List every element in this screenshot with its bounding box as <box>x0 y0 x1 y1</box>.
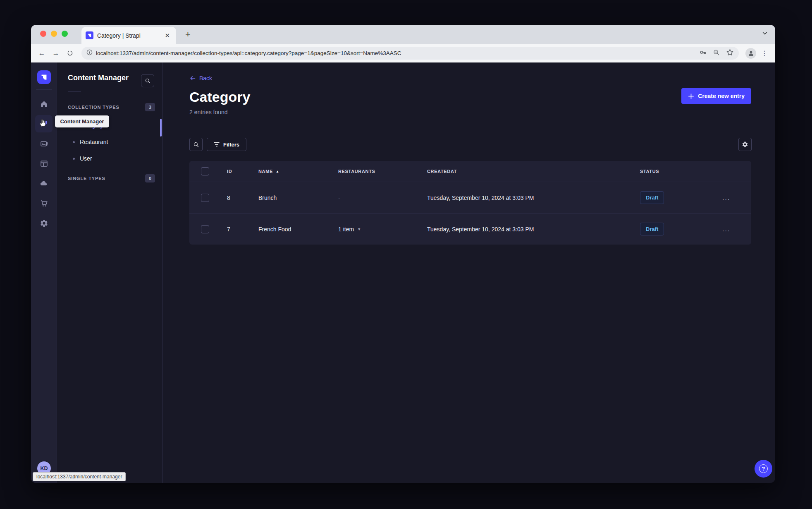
browser-window: Category | Strapi ✕ + ← → localhost:1337… <box>31 25 775 483</box>
row-actions-menu-icon[interactable]: ... <box>722 194 730 202</box>
cell-id: 8 <box>227 194 258 201</box>
create-new-entry-label: Create new entry <box>698 93 745 99</box>
content-manager-tooltip: Content Manager <box>55 115 109 127</box>
filters-button[interactable]: Filters <box>207 138 246 151</box>
strapi-app: KD Content Manager Collection Types 3 Ca… <box>31 62 775 483</box>
bullet-icon <box>73 141 75 143</box>
rail-divider <box>36 89 52 90</box>
create-new-entry-button[interactable]: Create new entry <box>681 88 751 104</box>
collection-types-label: Collection Types <box>68 105 119 110</box>
column-header-restaurants[interactable]: Restaurants <box>338 169 427 174</box>
browser-profile-icon[interactable] <box>745 48 756 59</box>
sidebar-item-settings[interactable] <box>35 214 53 232</box>
tab-strip: Category | Strapi ✕ + <box>31 25 775 44</box>
tab-title: Category | Strapi <box>97 32 159 39</box>
maximize-window-button[interactable] <box>62 31 68 37</box>
filter-icon <box>214 142 220 147</box>
gear-icon <box>742 141 748 148</box>
column-header-status[interactable]: Status <box>640 169 722 174</box>
cell-restaurants: - <box>338 194 427 201</box>
single-types-count-badge: 0 <box>145 174 155 182</box>
column-header-id[interactable]: ID <box>227 169 258 174</box>
filters-label: Filters <box>223 142 239 148</box>
bookmark-star-icon[interactable] <box>726 48 734 58</box>
strapi-logo[interactable] <box>37 70 51 84</box>
sort-ascending-icon: ▲ <box>276 170 279 173</box>
reload-icon[interactable] <box>64 48 76 59</box>
column-header-createdat[interactable]: CreatedAt <box>427 169 640 174</box>
url-text[interactable]: localhost:1337/admin/content-manager/col… <box>96 50 696 56</box>
row-checkbox[interactable] <box>201 194 209 202</box>
new-tab-button[interactable]: + <box>182 29 194 40</box>
subnav-scrollbar-thumb[interactable] <box>160 119 162 137</box>
hand-cursor-icon <box>38 118 47 130</box>
back-link[interactable]: Back <box>189 75 212 82</box>
subnav-item-label: Restaurant <box>80 139 108 145</box>
help-button[interactable]: ? <box>755 460 772 478</box>
table-header-row: ID Name▲ Restaurants CreatedAt Status <box>189 161 751 182</box>
sidebar-item-home[interactable] <box>35 95 53 113</box>
sidebar-item-media-library[interactable] <box>35 135 53 152</box>
password-key-icon[interactable] <box>699 48 707 58</box>
single-types-label: Single Types <box>68 176 105 181</box>
browser-toolbar: ← → localhost:1337/admin/content-manager… <box>31 44 775 62</box>
tab-search-chevron-icon[interactable] <box>762 30 768 38</box>
plus-icon <box>688 93 694 99</box>
page-title: Category <box>189 89 752 105</box>
strapi-favicon-icon <box>86 31 93 39</box>
chevron-down-icon: ▼ <box>357 227 361 231</box>
close-window-button[interactable] <box>40 31 46 37</box>
sidebar-item-content-type-builder[interactable] <box>35 155 53 172</box>
minimize-window-button[interactable] <box>51 31 57 37</box>
entries-table: ID Name▲ Restaurants CreatedAt Status 8 … <box>189 161 751 245</box>
sidebar-item-cloud[interactable] <box>35 175 53 192</box>
subnav-item-label: User <box>80 155 92 162</box>
collection-types-section: Collection Types 3 <box>68 103 162 111</box>
entries-count: 2 entries found <box>189 109 752 115</box>
browser-menu-icon[interactable]: ⋮ <box>759 49 770 57</box>
back-label: Back <box>199 75 212 82</box>
back-nav-icon[interactable]: ← <box>36 48 48 59</box>
column-header-name[interactable]: Name▲ <box>258 169 338 174</box>
cell-name: Brunch <box>258 194 338 201</box>
subnav-divider <box>68 91 81 92</box>
collection-types-count-badge: 3 <box>145 103 155 111</box>
sidebar-item-marketplace[interactable] <box>35 194 53 212</box>
table-search-button[interactable] <box>189 138 203 151</box>
cell-id: 7 <box>227 226 258 233</box>
subnav-search-button[interactable] <box>141 74 154 87</box>
browser-status-bar: localhost:1337/admin/content-manager <box>33 472 126 481</box>
cell-restaurants[interactable]: 1 item ▼ <box>338 226 427 233</box>
search-icon <box>193 142 199 148</box>
arrow-left-icon <box>189 75 196 82</box>
table-controls: Filters <box>189 138 752 151</box>
forward-nav-icon[interactable]: → <box>50 48 62 59</box>
table-settings-button[interactable] <box>738 138 752 151</box>
cell-createdat: Tuesday, September 10, 2024 at 3:03 PM <box>427 194 640 201</box>
single-types-section: Single Types 0 <box>68 174 162 182</box>
cell-createdat: Tuesday, September 10, 2024 at 3:03 PM <box>427 226 640 233</box>
table-row[interactable]: 7 French Food 1 item ▼ Tuesday, Septembe… <box>189 213 751 245</box>
browser-tab[interactable]: Category | Strapi ✕ <box>81 27 176 44</box>
subnav-item-restaurant[interactable]: Restaurant <box>68 134 162 150</box>
subnav-item-user[interactable]: User <box>68 150 162 167</box>
cell-name: French Food <box>258 226 338 233</box>
table-row[interactable]: 8 Brunch - Tuesday, September 10, 2024 a… <box>189 182 751 213</box>
status-badge: Draft <box>640 223 664 235</box>
zoom-page-icon[interactable] <box>713 49 720 58</box>
site-info-icon[interactable] <box>86 49 93 57</box>
status-badge: Draft <box>640 191 664 204</box>
select-all-checkbox[interactable] <box>201 167 209 175</box>
url-bar[interactable]: localhost:1337/admin/content-manager/col… <box>81 47 739 60</box>
bullet-icon <box>73 158 75 160</box>
tab-close-icon[interactable]: ✕ <box>162 31 172 40</box>
window-controls <box>40 31 68 37</box>
row-checkbox[interactable] <box>201 225 209 233</box>
main-content: Back Category 2 entries found Create new… <box>163 62 775 483</box>
question-mark-icon: ? <box>759 464 768 473</box>
row-actions-menu-icon[interactable]: ... <box>722 226 730 233</box>
